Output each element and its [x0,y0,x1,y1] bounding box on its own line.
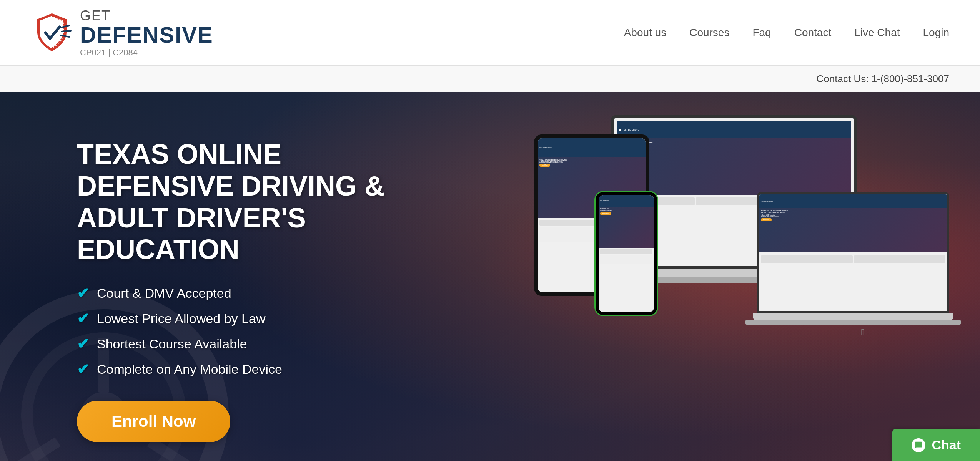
nav-faq[interactable]: Faq [752,27,771,39]
contact-text: Contact Us: 1-(800)-851-3007 [817,73,949,85]
main-nav: About us Courses Faq Contact Live Chat L… [624,27,949,39]
laptop-small-base [753,313,953,320]
apple-logo-icon:  [757,327,968,338]
feature-item-4: ✔ Complete on Any Mobile Device [77,361,423,378]
features-list: ✔ Court & DMV Accepted ✔ Lowest Price Al… [77,285,423,378]
logo-area: GET DEFENSIVE CP021 | C2084 [31,8,213,58]
feature-item-2: ✔ Lowest Price Allowed by Law [77,310,423,327]
nav-about[interactable]: About us [624,27,667,39]
check-icon-3: ✔ [77,335,89,352]
feature-text-2: Lowest Price Allowed by Law [97,311,265,326]
laptop-small-screen: GET DEFENSIVE TEXAS ONLINE DEFENSIVE DRI… [757,192,949,313]
nav-contact[interactable]: Contact [794,27,832,39]
laptop-small-mockup: GET DEFENSIVE TEXAS ONLINE DEFENSIVE DRI… [757,192,968,338]
chat-bubble-icon [912,438,925,452]
hero-content: TEXAS ONLINE DEFENSIVE DRIVING & ADULT D… [0,92,454,461]
nav-login[interactable]: Login [923,27,949,39]
logo-get: GET [80,8,213,24]
logo-defensive: DEFENSIVE [80,24,213,46]
logo-shield-icon [31,12,73,54]
feature-item-3: ✔ Shortest Course Available [77,335,423,352]
feature-text-3: Shortest Course Available [97,337,247,352]
check-icon-2: ✔ [77,310,89,327]
hero-section: TEXAS ONLINE DEFENSIVE DRIVING & ADULT D… [0,92,980,461]
devices-mockup-area: GET DEFENSIVE TEXAS ONLINE DEFENSIVE DRI… [534,115,957,403]
phone-mockup: GET DEFENSIVE TEXAS ONLINEDEFENSIVE DRIV… [596,192,657,315]
nav-courses[interactable]: Courses [689,27,729,39]
feature-item-1: ✔ Court & DMV Accepted [77,285,423,302]
chat-label: Chat [932,438,961,453]
enroll-button[interactable]: Enroll Now [77,401,230,442]
hero-title: TEXAS ONLINE DEFENSIVE DRIVING & ADULT D… [77,138,423,265]
logo-text: GET DEFENSIVE CP021 | C2084 [80,8,213,58]
logo-codes: CP021 | C2084 [80,48,213,58]
site-header: GET DEFENSIVE CP021 | C2084 About us Cou… [0,0,980,66]
svg-line-1 [62,31,71,32]
feature-text-4: Complete on Any Mobile Device [97,362,282,377]
laptop-small-foot [745,320,961,325]
check-icon-1: ✔ [77,285,89,302]
contact-bar: Contact Us: 1-(800)-851-3007 [0,66,980,92]
chat-button[interactable]: Chat [892,429,980,461]
nav-livechat[interactable]: Live Chat [854,27,900,39]
check-icon-4: ✔ [77,361,89,378]
feature-text-1: Court & DMV Accepted [97,286,231,301]
